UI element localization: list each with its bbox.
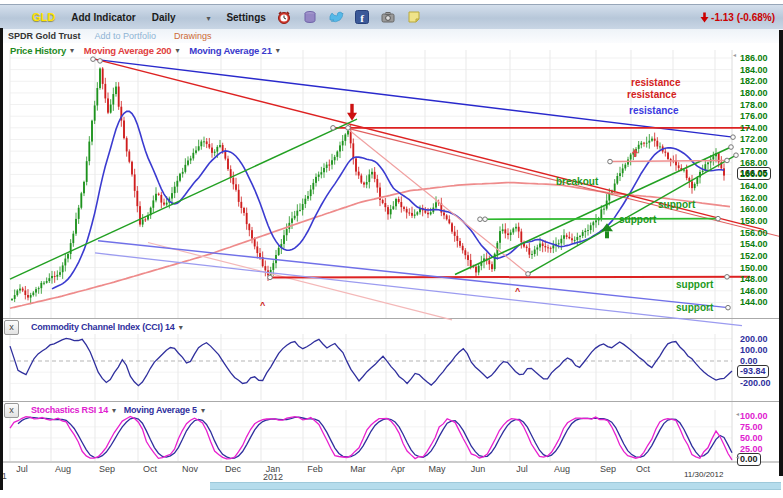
price-tick-label: 172.00	[740, 134, 768, 144]
stoch-tick-label: 25.00	[740, 444, 763, 454]
price-tick-label: 162.00	[740, 193, 768, 203]
month-label: Aug	[48, 464, 78, 474]
price-tick-label: 178.00	[740, 100, 768, 110]
price-tick-label: 166.00	[740, 169, 768, 179]
ma200-line[interactable]	[10, 183, 730, 309]
chevron-down-icon: ▾	[70, 46, 74, 55]
month-label: Oct	[135, 464, 165, 474]
change-value: -1.13 (-0.68%)	[711, 12, 775, 23]
price-tick-label: 152.00	[740, 251, 768, 261]
svg-text:f: f	[360, 12, 364, 24]
price-tick-label: 154.00	[740, 239, 768, 249]
caret-marker: ^	[515, 286, 520, 296]
stoch-title[interactable]: Stochastics RSI 14	[31, 405, 108, 415]
price-change: -1.13 (-0.68%)	[700, 12, 775, 23]
facebook-icon[interactable]: f	[354, 9, 370, 25]
cci-tick-label: 100.00	[740, 345, 768, 355]
stoch-tick-label: 100.00	[740, 411, 768, 421]
chevron-down-icon: ▾	[175, 46, 179, 55]
month-label: May	[422, 464, 452, 474]
price-tick-label: 144.00	[740, 297, 768, 307]
axis-handle-icon: ◂	[733, 51, 736, 58]
stoch-tick-label: 50.00	[740, 433, 763, 443]
down-arrow-icon	[700, 12, 709, 23]
annotation-support[interactable]: support	[658, 199, 695, 210]
symbol-tab[interactable]: GLD	[32, 11, 55, 23]
chevron-down-icon: ▾	[112, 406, 116, 415]
stoch-value-label: 0.00	[737, 453, 761, 466]
price-tick-label: 168.00	[740, 158, 768, 168]
down-arrow-marker[interactable]	[347, 104, 357, 121]
stoch-tick-label: 75.00	[740, 422, 763, 432]
annotation-resistance[interactable]: resistance	[631, 77, 680, 88]
month-label: Dec	[218, 464, 248, 474]
close-icon[interactable]: x	[4, 403, 19, 418]
legend-ma200[interactable]: Moving Average 200	[84, 45, 172, 56]
time-scrollbar[interactable]	[210, 482, 781, 490]
month-label: Feb	[300, 464, 330, 474]
cci-tick-label: 200.00	[740, 334, 768, 344]
chevron-down-icon: ▾	[276, 46, 280, 55]
drawings-link[interactable]: Drawings	[174, 31, 212, 41]
month-label: Jul	[507, 464, 537, 474]
sticky-note-icon[interactable]	[406, 9, 422, 25]
chevron-down-icon: ▾	[206, 14, 210, 23]
price-tick-label: 146.00	[740, 286, 768, 296]
alarm-clock-icon[interactable]	[276, 9, 292, 25]
up-arrow-marker[interactable]	[632, 149, 639, 157]
price-tick-label: 174.00	[740, 123, 768, 133]
window-border-right	[779, 30, 783, 476]
axis-handle-icon: ▴	[697, 303, 700, 310]
price-tick-label: 180.00	[740, 88, 768, 98]
cci-tick-label: -200.00	[740, 378, 771, 388]
cci-tick-label: 0.00	[740, 356, 758, 366]
price-tick-label: 176.00	[740, 111, 768, 121]
add-to-portfolio-link[interactable]: Add to Portfolio	[95, 31, 157, 41]
price-tick-label: 170.00	[740, 146, 768, 156]
price-tick-label: 158.00	[740, 216, 768, 226]
toolbar: GLD Add Indicator Daily ▾ Settings f -1.…	[0, 4, 783, 30]
chevron-down-icon: ▾	[179, 323, 183, 332]
axis-handle-icon: ◂	[736, 453, 739, 460]
cci-title[interactable]: Commodity Channel Index (CCI) 14	[31, 322, 175, 332]
camera-icon[interactable]	[380, 9, 396, 25]
chevron-down-icon: ▾	[201, 406, 205, 415]
stoch-ma-title[interactable]: Moving Average 5	[124, 405, 197, 415]
window-border-left	[0, 28, 3, 490]
axis-handle-icon: ◂	[736, 410, 739, 417]
price-tick-label: 148.00	[740, 274, 768, 284]
annotation-breakout[interactable]: breakout	[556, 176, 598, 187]
annotation-resistance[interactable]: resistance	[627, 89, 676, 100]
chart-canvas[interactable]	[0, 0, 783, 498]
month-label: Mar	[343, 464, 373, 474]
month-label: Aug	[547, 464, 577, 474]
add-indicator-button[interactable]: Add Indicator	[71, 12, 135, 23]
cci-line[interactable]	[10, 338, 732, 385]
month-label: Jun	[463, 464, 493, 474]
twitter-icon[interactable]	[328, 9, 344, 25]
axis-handle-icon: ◂	[707, 305, 710, 312]
charting-app: GLD Add Indicator Daily ▾ Settings f -1.…	[0, 0, 783, 498]
up-arrow-marker[interactable]	[601, 223, 613, 238]
price-tick-label: 156.00	[740, 228, 768, 238]
price-tick-label: 160.00	[740, 204, 768, 214]
symbol-name: SPDR Gold Trust	[8, 31, 81, 41]
period-select[interactable]: Daily ▾	[152, 12, 211, 23]
settings-button[interactable]: Settings	[226, 12, 265, 23]
price-tick-label: 186.00	[740, 53, 768, 63]
end-date-label: 11/30/2012	[684, 470, 723, 479]
chart-legend: Price History ▾ Moving Average 200 ▾ Mov…	[10, 44, 290, 56]
price-tick-label: 184.00	[740, 65, 768, 75]
month-label: Sep	[92, 464, 122, 474]
month-label: Apr	[383, 464, 413, 474]
close-icon[interactable]: x	[4, 320, 19, 335]
legend-ma21[interactable]: Moving Average 21	[189, 45, 271, 56]
symbol-subbar: SPDR Gold Trust Add to Portfolio Drawing…	[0, 29, 783, 43]
database-icon[interactable]	[302, 9, 318, 25]
price-tick-label: 150.00	[740, 263, 768, 273]
annotation-support[interactable]: support	[676, 279, 713, 290]
annotation-resistance[interactable]: resistance	[629, 105, 678, 116]
legend-price-history[interactable]: Price History	[10, 45, 66, 56]
annotation-support[interactable]: support	[619, 214, 656, 225]
cci-panel-header: x Commodity Channel Index (CCI) 14 ▾	[4, 320, 182, 334]
